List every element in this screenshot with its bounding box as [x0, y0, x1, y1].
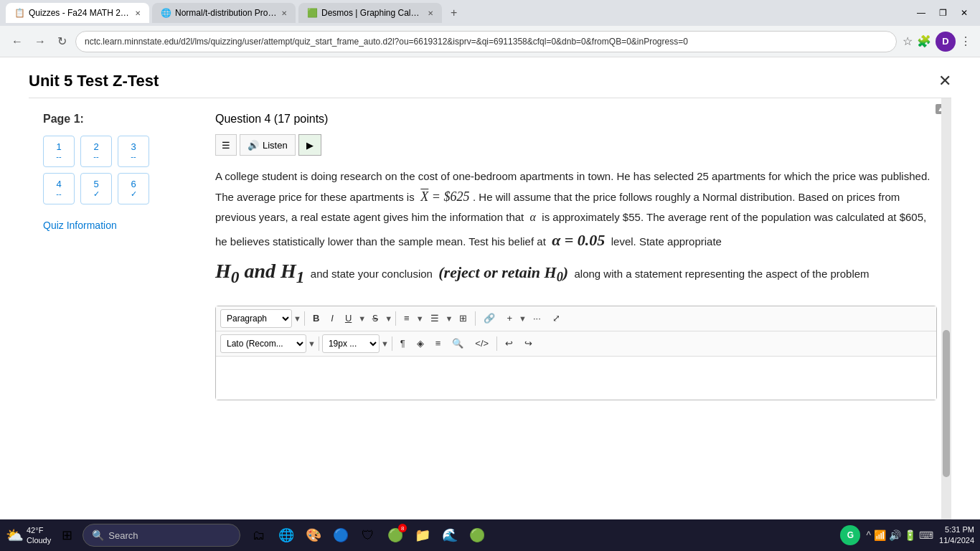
- taskbar-app-paint[interactable]: 🎨: [301, 522, 326, 548]
- sound-icon[interactable]: 🔊: [889, 529, 901, 541]
- divider1: [304, 311, 305, 326]
- math-h0h1: H0 and H1: [215, 260, 304, 282]
- question-btn-2[interactable]: 2 --: [80, 136, 112, 167]
- quiz-sidebar: Page 1: 1 -- 2 -- 3 --: [29, 98, 201, 519]
- menu-icon[interactable]: ⋮: [960, 34, 971, 48]
- tray-up-arrow[interactable]: ^: [866, 529, 871, 541]
- start-button[interactable]: ⊞: [54, 522, 80, 548]
- windows-logo-icon: ⊞: [62, 527, 72, 543]
- minimize-button[interactable]: —: [911, 6, 931, 20]
- format3-button[interactable]: ≡: [430, 334, 446, 353]
- italic-button[interactable]: I: [326, 309, 339, 328]
- profile-button[interactable]: D: [936, 32, 956, 52]
- taskbar-app-edge2[interactable]: 🌊: [437, 522, 463, 548]
- quiz-close-button[interactable]: ✕: [938, 72, 951, 90]
- more-options-button[interactable]: ···: [528, 309, 546, 328]
- tab-normal-dist[interactable]: 🌐 Normal/t-distribution Probabili... ✕: [152, 3, 296, 23]
- maximize-button[interactable]: ❐: [933, 6, 953, 20]
- question-title: Question 4 (17 points): [215, 113, 937, 126]
- tab1-close[interactable]: ✕: [135, 9, 141, 17]
- question-grid: 1 -- 2 -- 3 -- 4 --: [43, 136, 187, 204]
- window-controls: — ❐ ✕: [911, 6, 974, 20]
- question-title-main: Question 4: [215, 113, 270, 125]
- back-button[interactable]: ←: [9, 32, 26, 51]
- tab2-title: Normal/t-distribution Probabili...: [175, 8, 277, 18]
- insert-button[interactable]: +: [501, 309, 517, 328]
- underline-button[interactable]: U: [340, 309, 357, 328]
- undo-button[interactable]: ↩: [500, 334, 518, 353]
- paragraph-style-select[interactable]: Paragraph: [220, 309, 292, 328]
- system-clock[interactable]: 5:31 PM 11/4/2024: [939, 524, 974, 547]
- format2-button[interactable]: ◈: [412, 334, 429, 353]
- format1-button[interactable]: ¶: [395, 334, 410, 353]
- taskbar-app-file-explorer[interactable]: 🗂: [246, 522, 272, 548]
- edge2-icon: 🌊: [442, 527, 458, 543]
- taskbar-app-mcafee[interactable]: 🛡: [355, 522, 381, 548]
- tab3-title: Desmos | Graphing Calculator: [321, 8, 423, 18]
- speaker-icon: 🔊: [248, 140, 259, 151]
- code-button[interactable]: </>: [470, 334, 494, 353]
- chrome-badge: 8: [398, 524, 407, 532]
- network-icon[interactable]: 📶: [874, 529, 886, 541]
- question-btn-5[interactable]: 5 ✓: [80, 173, 112, 204]
- keyboard-icon[interactable]: ⌨: [919, 529, 933, 541]
- taskbar-app-edge[interactable]: 🔵: [328, 522, 354, 548]
- new-tab-button[interactable]: +: [445, 4, 463, 22]
- question-btn-4[interactable]: 4 --: [43, 173, 75, 204]
- weather-widget[interactable]: ⛅ 42°F Cloudy: [6, 525, 51, 546]
- accessibility-menu-button[interactable]: ☰: [215, 134, 237, 156]
- format4-button[interactable]: 🔍: [447, 334, 468, 353]
- font-family-select[interactable]: Lato (Recom...: [220, 334, 306, 353]
- tab-desmos[interactable]: 🟩 Desmos | Graphing Calculator ✕: [298, 3, 442, 23]
- weather-temp: 42°F: [27, 525, 51, 535]
- close-window-button[interactable]: ✕: [954, 6, 974, 20]
- taskbar-app-files[interactable]: 📁: [410, 522, 435, 548]
- app9-icon: 🟢: [469, 527, 485, 543]
- search-box[interactable]: 🔍 Search: [83, 524, 240, 547]
- tab2-close[interactable]: ✕: [281, 9, 287, 17]
- fullscreen-button[interactable]: ⤢: [547, 309, 565, 328]
- font-size-select[interactable]: 19px ...: [322, 334, 380, 353]
- editor-content-area[interactable]: [216, 357, 936, 400]
- special-chars-button[interactable]: ⊞: [454, 309, 472, 328]
- question-btn-3[interactable]: 3 --: [118, 136, 149, 167]
- forward-button[interactable]: →: [32, 32, 49, 51]
- align-button[interactable]: ≡: [399, 309, 415, 328]
- weather-text: 42°F Cloudy: [27, 525, 51, 546]
- taskbar-app-browser1[interactable]: 🌐: [273, 522, 299, 548]
- bookmark-icon[interactable]: ☆: [903, 34, 913, 48]
- battery-icon[interactable]: 🔋: [904, 529, 916, 541]
- files-icon: 📁: [415, 527, 430, 543]
- question-btn-1[interactable]: 1 --: [43, 136, 75, 167]
- editor-toolbar-row2: Lato (Recom... ▼ 19px ... ▼ ¶ ◈ ≡: [216, 331, 936, 357]
- link-button[interactable]: 🔗: [479, 309, 500, 328]
- taskbar-app-chrome[interactable]: 🟢 8: [382, 522, 408, 548]
- play-button[interactable]: ▶: [298, 134, 321, 156]
- question-text-part5: and state your conclusion: [311, 268, 433, 280]
- math-alpha-eq: α = 0.05: [552, 231, 605, 249]
- taskbar-app-9[interactable]: 🟢: [464, 522, 490, 548]
- quiz-info-link[interactable]: Quiz Information: [43, 220, 117, 231]
- math-reject: (reject or retain H0): [438, 263, 568, 281]
- tab-quizzes[interactable]: 📋 Quizzes - Fa24 MATH 2203-90 ✕: [6, 3, 149, 23]
- tab2-favicon: 🌐: [161, 8, 171, 18]
- clock-time: 5:31 PM: [939, 524, 974, 535]
- url-box[interactable]: nctc.learn.minnstate.edu/d2l/lms/quizzin…: [75, 31, 897, 52]
- list-button[interactable]: ☰: [425, 309, 444, 328]
- quiz-container: Unit 5 Test Z-Test ✕ Page 1: 1 -- 2: [0, 57, 980, 519]
- scrollbar-track[interactable]: [941, 98, 951, 519]
- strikethrough-button[interactable]: S̶: [367, 309, 383, 328]
- bold-button[interactable]: B: [308, 309, 324, 328]
- question-text-part6: along with a statement representing the …: [575, 268, 870, 280]
- scrollbar-thumb[interactable]: [943, 330, 950, 477]
- tab3-close[interactable]: ✕: [428, 9, 433, 17]
- play-icon: ▶: [306, 140, 314, 151]
- question-btn-6[interactable]: 6 ✓: [118, 173, 149, 204]
- paint-icon: 🎨: [306, 527, 321, 543]
- redo-button[interactable]: ↪: [519, 334, 537, 353]
- extension-icon[interactable]: 🧩: [917, 34, 931, 48]
- reload-button[interactable]: ↻: [55, 32, 70, 51]
- file-explorer-icon: 🗂: [253, 528, 265, 543]
- grammarly-icon[interactable]: G: [840, 525, 860, 545]
- listen-button[interactable]: 🔊 Listen: [240, 134, 296, 156]
